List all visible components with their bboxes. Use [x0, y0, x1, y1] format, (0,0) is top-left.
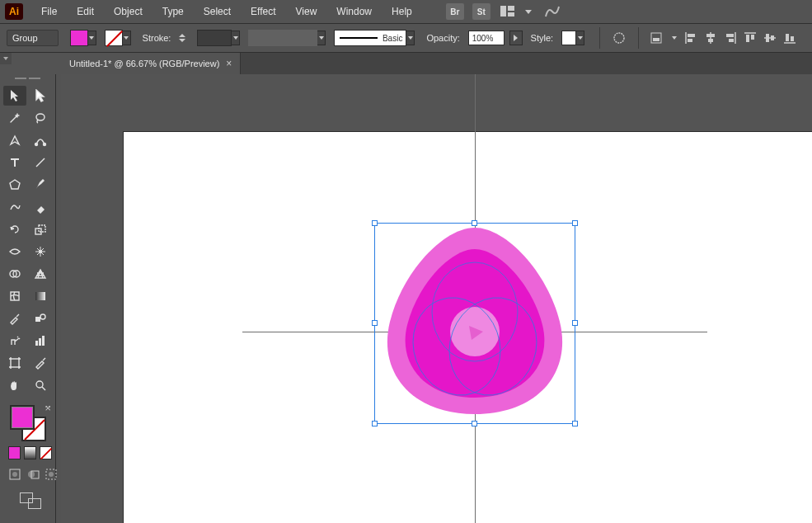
none-mode-icon[interactable]: [40, 446, 52, 459]
width-tool[interactable]: [3, 242, 26, 262]
panel-collapse-icon[interactable]: [0, 53, 12, 64]
control-bar: Group Stroke: Basic Opacity: 100% Style:: [0, 23, 812, 53]
opacity-arrow-button[interactable]: [509, 31, 523, 45]
resize-handle-tl[interactable]: [372, 220, 378, 226]
menu-view[interactable]: View: [288, 2, 326, 21]
canvas-area[interactable]: [61, 74, 812, 523]
magic-wand-tool[interactable]: [3, 108, 26, 128]
graphic-style-dropdown[interactable]: [561, 31, 584, 45]
free-transform-tool[interactable]: [29, 242, 52, 262]
shaper-tool[interactable]: [3, 197, 26, 217]
chevron-down-icon[interactable]: [670, 31, 678, 45]
stroke-weight-stepper[interactable]: [179, 31, 190, 45]
resize-handle-mr[interactable]: [572, 320, 578, 326]
type-tool[interactable]: [3, 153, 26, 172]
tool-panel: ⤧: [0, 74, 56, 523]
eyedropper-tool[interactable]: [3, 309, 26, 328]
resize-handle-bm[interactable]: [472, 421, 477, 426]
fill-color-icon[interactable]: [10, 405, 35, 430]
resize-handle-br[interactable]: [572, 421, 578, 426]
brush-definition-dropdown[interactable]: Basic: [334, 30, 415, 46]
close-icon[interactable]: ×: [226, 58, 232, 69]
paintbrush-tool[interactable]: [29, 175, 52, 195]
rotate-tool[interactable]: [3, 219, 26, 239]
stroke-weight-dropdown[interactable]: [197, 30, 240, 46]
direct-selection-tool[interactable]: [29, 86, 52, 106]
menu-type[interactable]: Type: [154, 2, 192, 21]
lasso-tool[interactable]: [29, 108, 52, 128]
align-right-icon[interactable]: [723, 31, 738, 45]
svg-line-43: [42, 387, 45, 390]
swap-fill-stroke-icon[interactable]: ⤧: [45, 403, 51, 412]
gpu-preview-icon[interactable]: [543, 3, 561, 20]
align-to-dropdown[interactable]: [650, 31, 665, 45]
arrange-documents-icon[interactable]: [499, 3, 517, 20]
resize-handle-tr[interactable]: [572, 220, 578, 226]
svg-rect-7: [688, 34, 695, 37]
svg-rect-11: [708, 39, 713, 42]
pen-tool[interactable]: [3, 130, 26, 150]
opacity-input[interactable]: 100%: [468, 31, 505, 45]
color-mode-icon[interactable]: [8, 446, 21, 459]
svg-rect-17: [751, 35, 754, 40]
selection-tool[interactable]: [3, 86, 26, 106]
column-graph-tool[interactable]: [29, 331, 52, 351]
gradient-tool[interactable]: [29, 286, 52, 306]
align-bottom-icon[interactable]: [782, 31, 797, 45]
svg-rect-13: [726, 34, 734, 37]
zoom-tool[interactable]: [29, 375, 52, 395]
stroke-label: Stroke:: [143, 33, 171, 43]
document-tab-title: Untitled-1* @ 66.67% (RGB/Preview): [69, 59, 219, 68]
rectangle-tool[interactable]: [3, 175, 26, 195]
brush-stroke-icon: [340, 37, 378, 39]
resize-handle-ml[interactable]: [372, 320, 378, 326]
eraser-tool[interactable]: [29, 197, 52, 217]
menu-help[interactable]: Help: [383, 2, 420, 21]
hand-tool[interactable]: [3, 375, 26, 395]
svg-rect-23: [791, 36, 794, 41]
menu-select[interactable]: Select: [195, 2, 239, 21]
draw-behind-icon[interactable]: [26, 468, 41, 481]
symbol-sprayer-tool[interactable]: [3, 331, 26, 351]
screen-mode-icon[interactable]: [20, 492, 41, 509]
slice-tool[interactable]: [29, 353, 52, 373]
line-segment-tool[interactable]: [29, 153, 52, 172]
stroke-swatch-icon: [105, 30, 123, 46]
chevron-down-icon[interactable]: [525, 10, 532, 14]
blend-tool[interactable]: [29, 309, 52, 328]
gradient-mode-icon[interactable]: [24, 446, 36, 459]
stroke-color-dropdown[interactable]: [105, 30, 131, 46]
recolor-artwork-icon[interactable]: [612, 31, 627, 45]
selection-mode-dropdown[interactable]: Group: [7, 30, 59, 46]
menu-file[interactable]: File: [33, 2, 65, 21]
align-icon-group: [683, 31, 805, 45]
bridge-icon[interactable]: Br: [446, 3, 464, 20]
document-tab[interactable]: Untitled-1* @ 66.67% (RGB/Preview) ×: [61, 53, 241, 74]
draw-inside-icon[interactable]: [45, 468, 59, 481]
variable-width-profile-dropdown[interactable]: [248, 30, 326, 46]
artboard-tool[interactable]: [3, 353, 26, 373]
resize-handle-bl[interactable]: [372, 421, 378, 426]
scale-tool[interactable]: [29, 219, 52, 239]
menu-effect[interactable]: Effect: [242, 2, 284, 21]
svg-point-26: [44, 144, 46, 146]
menu-edit[interactable]: Edit: [68, 2, 102, 21]
align-hcenter-icon[interactable]: [703, 31, 718, 45]
perspective-grid-tool[interactable]: [29, 264, 52, 284]
menu-object[interactable]: Object: [106, 2, 151, 21]
align-left-icon[interactable]: [683, 31, 698, 45]
svg-point-37: [40, 314, 45, 319]
align-vcenter-icon[interactable]: [763, 31, 777, 45]
svg-rect-39: [39, 338, 41, 346]
curvature-tool[interactable]: [29, 130, 52, 150]
menu-window[interactable]: Window: [328, 2, 380, 21]
draw-normal-icon[interactable]: [8, 468, 23, 481]
mesh-tool[interactable]: [3, 286, 26, 306]
fill-color-dropdown[interactable]: [70, 30, 96, 46]
selection-bounding-box[interactable]: [374, 223, 575, 424]
fill-stroke-color-control[interactable]: ⤧: [10, 405, 46, 441]
align-top-icon[interactable]: [743, 31, 758, 45]
resize-handle-tm[interactable]: [472, 220, 477, 226]
shape-builder-tool[interactable]: [3, 264, 26, 284]
stock-icon[interactable]: St: [472, 3, 490, 20]
